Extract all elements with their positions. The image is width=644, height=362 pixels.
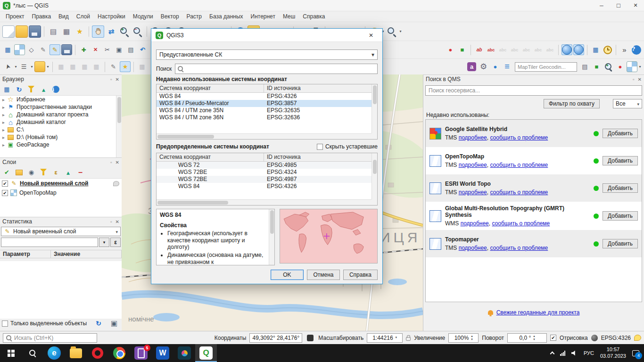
- statistics-layer-combo[interactable]: Новый временный слой: [1, 227, 121, 236]
- qms-search-input[interactable]: [426, 86, 642, 95]
- zoom-out-icon[interactable]: [132, 25, 144, 38]
- toggle-editing-icon[interactable]: [50, 44, 60, 55]
- copy-statistics-icon[interactable]: [108, 317, 120, 329]
- expand-all-icon[interactable]: [63, 167, 74, 178]
- statistics-refresh-icon[interactable]: [92, 317, 105, 329]
- taskbar-phone-icon[interactable]: 5: [130, 344, 152, 362]
- osm-place-search-icon[interactable]: [467, 62, 476, 71]
- expander-icon[interactable]: [2, 134, 5, 140]
- help-icon[interactable]: [632, 45, 641, 55]
- layer-row-temp-layer[interactable]: Новый временный слой: [0, 179, 122, 188]
- crs-row[interactable]: WGS 84EPSG:4326: [157, 93, 377, 100]
- column-id[interactable]: ID источника: [264, 153, 377, 161]
- report-problem-link[interactable]: сообщить о проблеме: [490, 189, 548, 196]
- taskbar-chrome-icon[interactable]: [108, 344, 130, 362]
- service-item-topomapper[interactable]: Topomapper TMS подробнее, сообщить о про…: [426, 230, 642, 257]
- add-feature-icon[interactable]: [78, 44, 89, 55]
- layers-float-icon[interactable]: [110, 160, 112, 165]
- layer-row-opentopomap[interactable]: OpenTopoMap: [0, 188, 122, 197]
- undo-icon[interactable]: [137, 44, 148, 55]
- layer-visibility-checkbox[interactable]: [2, 190, 8, 196]
- column-value[interactable]: Значение: [51, 250, 122, 258]
- expander-icon[interactable]: [2, 111, 5, 118]
- network-icon[interactable]: [560, 351, 565, 356]
- layer-labeling-icon[interactable]: [474, 44, 485, 55]
- language-indicator[interactable]: РУС: [584, 350, 594, 356]
- menu-view[interactable]: Вид: [55, 12, 73, 21]
- new-map-view-icon[interactable]: [2, 44, 13, 55]
- statistics-close-icon[interactable]: [116, 219, 119, 224]
- options-gear-icon[interactable]: [478, 61, 489, 72]
- pan-map-icon[interactable]: [92, 25, 104, 38]
- copy-features-icon[interactable]: [114, 44, 124, 55]
- reshape-features-icon[interactable]: [137, 61, 148, 72]
- help-button[interactable]: Справка: [343, 270, 378, 280]
- browser-refresh-icon[interactable]: [14, 84, 25, 95]
- statistics-field-dropdown[interactable]: ▾: [99, 238, 109, 247]
- filter-legend-icon[interactable]: [38, 167, 49, 178]
- table-scrollbar[interactable]: [372, 153, 377, 199]
- fresh-geodata-link[interactable]: Свежие геоданные для проекта: [496, 309, 580, 316]
- zoom-in-icon[interactable]: [118, 25, 131, 38]
- selected-only-checkbox[interactable]: [2, 321, 8, 327]
- browser-item-d-drive[interactable]: D:\ (Новый том): [0, 133, 122, 141]
- browser-collapse-all-icon[interactable]: [38, 84, 49, 95]
- filter-by-expression-icon[interactable]: [50, 167, 61, 178]
- browser-filter-icon[interactable]: [26, 84, 37, 95]
- highlight-tool-icon[interactable]: [120, 61, 131, 72]
- save-project-icon[interactable]: [29, 25, 41, 38]
- ok-button[interactable]: OK: [271, 270, 304, 280]
- scale-lock-icon[interactable]: [406, 337, 411, 341]
- browser-add-layer-icon[interactable]: [1, 84, 12, 95]
- taskbar-opera-icon[interactable]: [87, 344, 108, 362]
- service-type-combo[interactable]: Все: [613, 99, 642, 108]
- column-id[interactable]: ID источника: [264, 84, 377, 92]
- report-problem-link[interactable]: сообщить о проблеме: [490, 245, 548, 251]
- draw-annotation-icon[interactable]: [108, 61, 119, 72]
- browser-item-c-drive[interactable]: C:\: [0, 126, 122, 133]
- expression-builder-button[interactable]: [110, 238, 121, 247]
- highlight-pinned-labels-icon[interactable]: [509, 44, 520, 55]
- menu-mesh[interactable]: Меш: [279, 12, 299, 21]
- expander-icon[interactable]: [2, 119, 5, 125]
- current-edits-icon[interactable]: [38, 44, 49, 55]
- volume-icon[interactable]: [571, 351, 578, 356]
- table-hscrollbar[interactable]: [157, 199, 372, 205]
- column-parameter[interactable]: Параметр: [0, 250, 51, 258]
- expander-icon[interactable]: [2, 126, 5, 133]
- merge-features-icon[interactable]: [56, 61, 66, 72]
- move-label-icon[interactable]: [521, 44, 532, 55]
- layer-diagram-icon[interactable]: [486, 44, 496, 55]
- crs-row[interactable]: WGS 72BEEPSG:4324: [157, 169, 377, 176]
- action-center-icon[interactable]: 4: [632, 350, 639, 356]
- pan-to-selection-icon[interactable]: [105, 25, 117, 38]
- taskbar-paint-icon[interactable]: [173, 344, 195, 362]
- service-item-opentopomap[interactable]: OpenTopoMap TMS подробнее, сообщить о пр…: [426, 147, 642, 174]
- expander-icon[interactable]: [2, 141, 5, 148]
- crs-row[interactable]: WGS 72BEEPSG:4987: [157, 176, 377, 183]
- report-problem-link[interactable]: сообщить о проблеме: [490, 134, 548, 141]
- statistics-float-icon[interactable]: [110, 219, 112, 224]
- add-service-button[interactable]: Добавить: [603, 129, 638, 138]
- rotate-feature-icon[interactable]: [67, 61, 78, 72]
- crs-row[interactable]: WGS 84 / UTM zone 35NEPSG:32635: [157, 107, 377, 114]
- clock[interactable]: 10:57 03.07.2023: [600, 346, 626, 360]
- browser-close-icon[interactable]: [116, 77, 119, 82]
- expander-icon[interactable]: [2, 104, 5, 110]
- browser-item-home[interactable]: Домашний каталог: [0, 118, 122, 126]
- new-3d-map-view-icon[interactable]: [14, 44, 25, 55]
- close-button[interactable]: [627, 0, 644, 11]
- topology-checker-icon[interactable]: [615, 61, 626, 72]
- browser-properties-icon[interactable]: [52, 86, 59, 93]
- add-ring-icon[interactable]: [91, 61, 102, 72]
- statistics-field-input[interactable]: [1, 238, 98, 247]
- tile-tools-dropdown[interactable]: [638, 62, 642, 72]
- maximize-button[interactable]: [610, 0, 627, 11]
- scale-combo[interactable]: 1:44216: [367, 333, 403, 343]
- render-checkbox[interactable]: [550, 335, 556, 341]
- open-project-icon[interactable]: [16, 25, 28, 38]
- layer-visibility-checkbox[interactable]: [2, 181, 8, 187]
- menu-layer[interactable]: Слой: [73, 12, 94, 21]
- locator-search-icon[interactable]: [386, 25, 398, 38]
- menu-edit[interactable]: Правка: [28, 12, 55, 21]
